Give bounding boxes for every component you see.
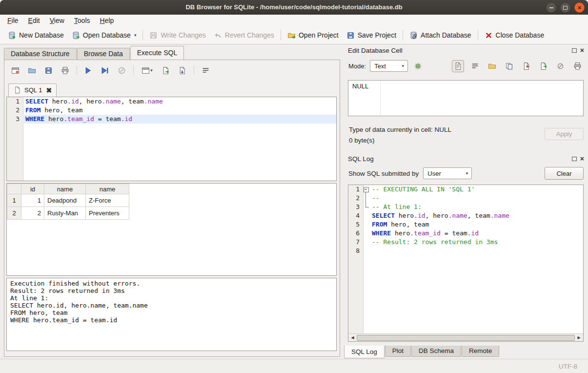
code-text: WHERE hero.team_id = team.id <box>23 115 336 124</box>
open-sql-file-button[interactable] <box>26 64 38 77</box>
save-sql-file-button[interactable] <box>42 64 55 77</box>
dock-tab-bar: SQL LogPlotDB SchemaRemote <box>344 346 500 358</box>
column-header[interactable]: id <box>21 184 44 194</box>
save-results-button[interactable] <box>176 64 188 77</box>
tab-execute-sql[interactable]: Execute SQL <box>130 46 184 60</box>
code-text: WHERE hero.team_id = team.id <box>369 229 583 238</box>
word-wrap-button[interactable] <box>200 64 212 77</box>
cell[interactable]: 2 <box>21 207 44 220</box>
code-text: -- Result: 2 rows returned in 3ms <box>369 238 583 247</box>
editor-lines: 1SELECT hero.id, hero.name, team.name2FR… <box>7 97 336 124</box>
line-number: 2 <box>348 194 363 203</box>
cell[interactable]: Preventers <box>86 207 129 220</box>
save-project-button[interactable]: Save Project <box>343 29 400 42</box>
maximize-icon <box>563 6 568 10</box>
float-dock-icon[interactable] <box>572 157 577 161</box>
dock-tab-db-schema[interactable]: DB Schema <box>411 346 461 357</box>
text-mode-button[interactable] <box>452 60 464 72</box>
open-file-button[interactable] <box>486 60 498 72</box>
tab-close-icon[interactable]: ✖ <box>46 87 52 94</box>
menu-tools[interactable]: Tools <box>69 15 95 26</box>
code-line: 2FROM hero, team <box>7 106 336 115</box>
execute-current-line-button[interactable] <box>99 64 111 77</box>
open-database-button[interactable]: Open Database▾ <box>68 29 141 42</box>
code-line: 8 <box>348 247 583 255</box>
results-grid[interactable]: idnamename11DeadpondZ-Force22Rusty-ManPr… <box>6 183 337 276</box>
toolbar-separator <box>403 30 403 41</box>
new-database-button[interactable]: New Database <box>4 29 68 42</box>
sql-editor[interactable]: 1SELECT hero.id, hero.name, team.name2FR… <box>6 97 337 181</box>
sql-doc-tab[interactable]: SQL 1 ✖ <box>8 83 57 97</box>
message-line: Execution finished without errors. <box>10 280 333 287</box>
export-results-button[interactable] <box>160 64 172 77</box>
toolbar-separator <box>478 30 478 41</box>
apply-button[interactable]: Apply <box>545 128 584 140</box>
log-filter-combobox[interactable]: User ▾ <box>423 167 472 179</box>
execute-all-button[interactable] <box>82 64 95 77</box>
float-dock-icon[interactable] <box>572 48 577 53</box>
titlebar[interactable]: DB Browser for SQLite - /home/user/code/… <box>0 0 588 15</box>
message-line: SELECT hero.id, hero.name, team.name <box>10 302 333 309</box>
code-text: FROM hero, team <box>369 220 583 229</box>
maximize-button[interactable] <box>560 2 570 13</box>
menu-edit[interactable]: Edit <box>23 15 45 26</box>
horizontal-scrollbar[interactable]: ◀ ▶ <box>348 333 583 341</box>
dock-tab-remote[interactable]: Remote <box>462 346 499 357</box>
fold-guide <box>363 238 369 247</box>
dock-tab-sql-log[interactable]: SQL Log <box>344 346 385 358</box>
dropdown-caret-icon[interactable]: ▾ <box>134 33 137 38</box>
results-view-button[interactable]: ▾ <box>139 64 155 77</box>
scroll-left-icon[interactable]: ◀ <box>349 335 356 340</box>
close-database-button[interactable]: Close Database <box>481 29 548 42</box>
toolbar-label: Open Database <box>83 31 131 39</box>
menu-file[interactable]: File <box>2 15 23 26</box>
dock-tab-plot[interactable]: Plot <box>385 346 411 357</box>
print-button[interactable] <box>571 60 584 72</box>
row-number[interactable]: 1 <box>7 194 21 207</box>
mode-combobox[interactable]: Text ▾ <box>370 60 408 72</box>
line-number: 1 <box>348 185 363 194</box>
copy-button[interactable] <box>503 60 515 72</box>
minimize-button[interactable] <box>546 2 556 13</box>
scroll-right-icon[interactable]: ▶ <box>576 335 582 340</box>
tab-database-structure[interactable]: Database Structure <box>4 48 77 60</box>
word-wrap-button[interactable] <box>469 60 481 72</box>
code-line: 6WHERE hero.team_id = team.id <box>348 229 583 238</box>
stop-icon <box>118 66 126 75</box>
toolbar-label: Close Database <box>496 31 545 39</box>
menu-view[interactable]: View <box>45 15 69 26</box>
row-number[interactable]: 2 <box>7 207 21 220</box>
export-button[interactable] <box>537 60 549 72</box>
code-text: FROM hero, team <box>23 106 336 115</box>
clear-log-button[interactable]: Clear <box>545 167 584 180</box>
auto-apply-button[interactable] <box>412 60 424 72</box>
fold-marker[interactable] <box>363 185 369 194</box>
new-tab-button[interactable] <box>9 64 21 77</box>
set-null-button[interactable] <box>554 60 567 72</box>
close-dock-icon[interactable]: × <box>580 47 584 54</box>
cell[interactable]: Rusty-Man <box>44 207 86 220</box>
line-number: 2 <box>7 106 23 115</box>
open-project-button[interactable]: Open Project <box>284 29 343 42</box>
cell[interactable]: Deadpond <box>44 194 86 207</box>
close-button[interactable]: × <box>574 2 585 13</box>
attach-database-button[interactable]: Attach Database <box>406 29 475 42</box>
cell[interactable]: 1 <box>21 194 44 207</box>
dropdown-caret-icon[interactable]: ▾ <box>150 68 153 73</box>
import-icon <box>522 62 530 70</box>
close-dock-icon[interactable]: × <box>580 155 584 162</box>
cell-content-editor[interactable]: NULL <box>348 80 584 116</box>
menu-help[interactable]: Help <box>95 15 119 26</box>
toolbar-separator <box>281 30 281 41</box>
column-header[interactable]: name <box>44 184 86 194</box>
scrollbar-thumb[interactable] <box>357 335 575 341</box>
tab-browse-data[interactable]: Browse Data <box>77 48 130 60</box>
import-button[interactable] <box>520 60 532 72</box>
print-button[interactable] <box>59 64 71 77</box>
cell[interactable]: Z-Force <box>86 194 129 207</box>
sql-file-icon <box>13 86 21 94</box>
column-header[interactable]: name <box>86 184 129 194</box>
cell-type-info: Type of data currently in cell: NULL <box>349 126 451 133</box>
open-project-icon <box>287 31 296 40</box>
code-line: 5FROM hero, team <box>348 220 583 229</box>
